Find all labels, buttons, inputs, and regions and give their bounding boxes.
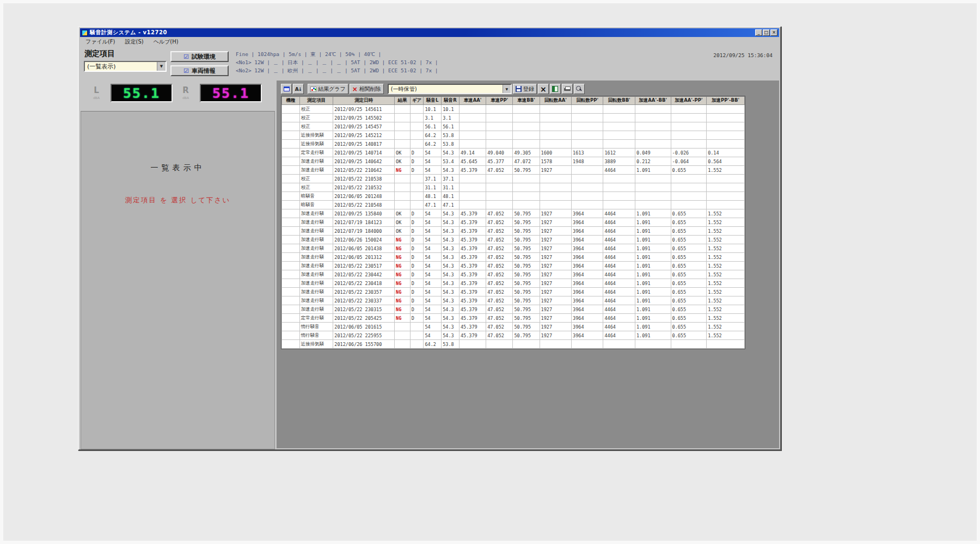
table-cell: 47.052 (486, 323, 513, 331)
column-header[interactable]: 車速BB' (513, 97, 540, 105)
table-row[interactable]: 加速走行騒2012/06/05 201312NGD5454.345.37947.… (282, 253, 745, 262)
table-cell: NG (395, 288, 411, 296)
close-button[interactable]: × (770, 29, 777, 36)
table-row[interactable]: 加速走行騒2012/05/22 230315NGD5454.345.37947.… (282, 305, 745, 314)
table-row[interactable]: 加速走行騒2012/09/25 140642OKD5453.445.64545.… (282, 157, 745, 166)
table-cell: 0.655 (671, 244, 707, 253)
table-cell (635, 140, 671, 149)
excel-icon (552, 86, 558, 92)
table-cell (282, 331, 300, 340)
preview-button[interactable] (574, 84, 585, 94)
column-header[interactable]: ギア (410, 97, 424, 105)
table-cell (459, 175, 486, 183)
table-row[interactable]: 惰行騒音2012/06/05 2016155454.345.37947.0525… (282, 323, 745, 331)
table-row[interactable]: 惰行騒音2012/05/22 2259555454.345.37947.0525… (282, 331, 745, 340)
table-cell: 47.052 (486, 305, 513, 314)
table-row[interactable]: 暗騒音2012/06/05 20124848.148.1 (282, 192, 745, 201)
clear-button[interactable]: × (538, 84, 549, 94)
table-cell: 1.091 (635, 262, 671, 270)
table-cell (410, 340, 424, 349)
table-row[interactable]: 加速走行騒2012/05/22 210642NGD5454.345.37947.… (282, 166, 745, 175)
table-cell: D (410, 218, 424, 227)
sort-az-icon: A↓ (295, 86, 302, 92)
table-row[interactable]: 定常走行騒2012/09/25 140714OKD5454.349.1449.0… (282, 149, 745, 157)
table-cell (410, 131, 424, 140)
column-header[interactable]: 騒音R (442, 97, 460, 105)
table-row[interactable]: 加速走行騒2012/05/22 230517NGD5454.345.37947.… (282, 262, 745, 270)
column-header[interactable]: 加速AA'-PP' (671, 97, 707, 105)
column-header[interactable]: 回転数AA' (540, 97, 571, 105)
titlebar[interactable]: 騒音計測システム - v12720 _ □ × (80, 28, 779, 37)
sort-button[interactable]: A↓ (293, 84, 304, 94)
column-header[interactable]: 測定項目 (299, 97, 333, 105)
table-row[interactable]: 校正2012/09/25 14561110.110.1 (282, 105, 745, 114)
table-row[interactable]: 加速走行騒2012/07/19 184000OKD5454.345.37947.… (282, 227, 745, 236)
table-cell: OK (395, 227, 411, 236)
menu-item-2[interactable]: ヘルプ(H) (152, 38, 180, 46)
table-cell: 54.3 (442, 262, 460, 270)
column-header[interactable]: 騒音L (424, 97, 442, 105)
table-cell (395, 122, 411, 131)
column-header[interactable]: 車速PP' (486, 97, 513, 105)
column-header[interactable]: 加速AA'-BB' (635, 97, 671, 105)
table-row[interactable]: 近接排気騒2012/09/25 14081764.253.8 (282, 140, 745, 149)
table-cell (459, 105, 486, 114)
table-cell: 54 (424, 149, 442, 157)
table-cell (282, 262, 300, 270)
excel-export-button[interactable] (550, 84, 561, 94)
table-cell: 1948 (572, 157, 603, 166)
table-row[interactable]: 加速走行騒2012/06/05 201438NGD5454.345.37947.… (282, 244, 745, 253)
delete-result-button[interactable]: × 相関削除 (350, 84, 384, 94)
register-button[interactable]: 登録 (513, 84, 537, 94)
table-row[interactable]: 校正2012/05/22 21053837.137.1 (282, 175, 745, 183)
column-header[interactable]: 測定日時 (333, 97, 395, 105)
table-row[interactable]: 近接排気騒2012/09/25 14521264.253.8 (282, 131, 745, 140)
table-row[interactable]: 加速走行騒2012/05/22 230357NGD5454.345.37947.… (282, 288, 745, 296)
column-header[interactable]: 加速PP'-BB' (707, 97, 745, 105)
table-row[interactable]: 加速走行騒2012/09/25 135840OKD5454.345.37947.… (282, 209, 745, 218)
combo-dropdown-button[interactable]: ▼ (503, 85, 511, 93)
print-button[interactable] (562, 84, 573, 94)
table-row[interactable]: 定常走行騒2012/05/22 205425NGD5454.345.37947.… (282, 314, 745, 323)
table-row[interactable]: 校正2012/05/22 21053231.131.1 (282, 183, 745, 192)
view-mode-button[interactable] (281, 84, 292, 94)
menu-item-1[interactable]: 設定(S) (124, 38, 145, 46)
table-row[interactable]: 加速走行騒2012/06/26 150024NGD5454.345.37947.… (282, 236, 745, 244)
table-cell (707, 175, 745, 183)
minimize-button[interactable]: _ (755, 29, 762, 36)
column-header[interactable]: 機種 (282, 97, 300, 105)
result-filter-select[interactable]: (一時保管) ▼ (388, 84, 512, 94)
table-row[interactable]: 暗騒音2012/05/22 21054847.147.1 (282, 201, 745, 209)
table-row[interactable]: 加速走行騒2012/05/22 230337NGD5454.345.37947.… (282, 296, 745, 305)
table-row[interactable]: 近接排気騒2012/06/26 15570064.253.8 (282, 340, 745, 349)
combo-dropdown-button[interactable]: ▼ (157, 62, 166, 71)
column-header[interactable]: 回転数BB' (603, 97, 635, 105)
column-header[interactable]: 回転数PP' (572, 97, 603, 105)
table-cell (671, 201, 707, 209)
table-row[interactable]: 校正2012/09/25 1455023.13.1 (282, 114, 745, 122)
table-cell (410, 331, 424, 340)
table-cell: 50.795 (513, 227, 540, 236)
result-graph-button[interactable]: 結果グラフ (308, 84, 348, 94)
table-cell: 4464 (603, 253, 635, 262)
table-row[interactable]: 校正2012/09/25 14545756.156.1 (282, 122, 745, 131)
table-cell (459, 131, 486, 140)
measure-item-select[interactable]: (一覧表示) ▼ (84, 61, 167, 72)
table-cell: 45.645 (459, 157, 486, 166)
table-cell (282, 340, 300, 349)
meter-left-unit: dBA (93, 94, 100, 101)
table-cell: 2012/05/22 210532 (333, 183, 395, 192)
vehicle-info-button[interactable]: ☑ 車両情報 (170, 65, 229, 76)
table-cell: 50.795 (513, 262, 540, 270)
test-environment-button[interactable]: ☑ 試験環境 (170, 51, 229, 62)
menu-item-0[interactable]: ファイル(F) (84, 38, 117, 46)
column-header[interactable]: 結果 (395, 97, 411, 105)
maximize-button[interactable]: □ (763, 29, 770, 36)
table-row[interactable]: 加速走行騒2012/05/22 230442NGD5454.345.37947.… (282, 270, 745, 279)
table-cell: 0.655 (671, 253, 707, 262)
table-cell (572, 105, 603, 114)
table-cell: 50.795 (513, 166, 540, 175)
table-row[interactable]: 加速走行騒2012/07/19 184123OKD5454.345.37947.… (282, 218, 745, 227)
column-header[interactable]: 車速AA' (459, 97, 486, 105)
table-row[interactable]: 加速走行騒2012/05/22 230418NGD5454.345.37947.… (282, 279, 745, 288)
